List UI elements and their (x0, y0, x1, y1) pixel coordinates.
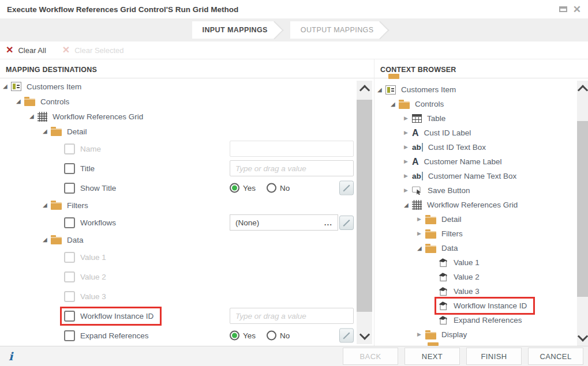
checkbox[interactable] (64, 291, 75, 302)
expander-collapsed-icon[interactable]: ▶ (404, 173, 412, 179)
tree-row-detail[interactable]: ▶Detail (374, 212, 575, 227)
checkbox[interactable] (64, 252, 75, 263)
info-icon[interactable]: i (9, 350, 13, 363)
tree-row-value-1[interactable]: Value 1 (0, 247, 355, 267)
tree-row-value-2[interactable]: Value 2 (374, 270, 575, 284)
edit-value-button[interactable] (339, 329, 354, 343)
scroll-up-icon[interactable] (577, 85, 587, 95)
expander-collapsed-icon[interactable]: ▶ (404, 188, 412, 193)
tree-row-expand-references[interactable]: Expand ReferencesYesNo (0, 326, 355, 345)
tree-row-detail[interactable]: ◢Detail (0, 124, 355, 139)
tree-row-workflow-references-grid[interactable]: ◢Workflow References Grid (0, 109, 355, 124)
tree-row-filters[interactable]: ◢Filters (0, 198, 355, 213)
clear-selected-button[interactable]: ✕ Clear Selected (62, 46, 124, 55)
checkbox[interactable] (64, 271, 75, 282)
checkbox[interactable] (64, 183, 75, 194)
tree-row-show-title[interactable]: Show TitleYesNo (0, 178, 355, 198)
tree-row-customers-item[interactable]: ◢Customers Item (0, 79, 355, 94)
scrollbar-thumb[interactable] (357, 100, 372, 312)
tree-row-cust-id-label[interactable]: ▶ACust ID Label (374, 126, 575, 140)
edit-value-button[interactable] (339, 181, 354, 195)
restore-window-icon[interactable] (559, 6, 567, 12)
radio-yes-icon[interactable] (230, 183, 239, 193)
expander-open-icon[interactable]: ◢ (43, 129, 51, 134)
expander-open-icon[interactable]: ◢ (404, 202, 412, 208)
tree-item-label: Cust ID Text Box (428, 143, 486, 152)
finish-button[interactable]: FINISH (466, 348, 522, 365)
tree-row-controls[interactable]: ◢Controls (0, 94, 355, 109)
folder-icon (51, 129, 62, 136)
folder-icon (425, 332, 436, 339)
right-scrollbar[interactable] (577, 81, 588, 346)
radio-option-yes[interactable]: Yes (230, 331, 256, 341)
scroll-down-icon[interactable] (577, 331, 587, 341)
cancel-button[interactable]: CANCEL (528, 348, 583, 365)
tree-row-table[interactable]: ▶Table (374, 111, 575, 126)
expander-collapsed-icon[interactable]: ▶ (404, 159, 412, 164)
tree-row-customers-item[interactable]: ◢Customers Item (374, 82, 575, 97)
tree-row-data[interactable]: ◢Data (374, 241, 575, 255)
expander-open-icon[interactable]: ◢ (391, 101, 399, 107)
radio-no-icon[interactable] (267, 331, 276, 341)
scroll-up-icon[interactable] (359, 85, 369, 95)
expander-collapsed-icon[interactable]: ▶ (417, 332, 425, 337)
radio-option-no[interactable]: No (267, 331, 290, 341)
scrollbar-thumb[interactable] (577, 121, 588, 297)
value-dropdown-workflows[interactable]: (None)... (230, 214, 338, 231)
checkbox[interactable] (64, 144, 75, 154)
tree-row-data[interactable]: ◢Data (0, 232, 355, 247)
expander-open-icon[interactable]: ◢ (377, 87, 385, 93)
tab-input-mappings[interactable]: INPUT MAPPINGS (192, 21, 275, 39)
radio-yes-icon[interactable] (230, 331, 239, 341)
checkbox[interactable] (64, 217, 75, 228)
clear-all-button[interactable]: ✕ Clear All (6, 46, 46, 55)
tree-row-customer-name-label[interactable]: ▶ACustomer Name Label (374, 154, 575, 169)
checkbox[interactable] (64, 311, 75, 322)
expander-collapsed-icon[interactable]: ▶ (404, 116, 412, 121)
expander-collapsed-icon[interactable]: ▶ (404, 145, 412, 150)
expander-collapsed-icon[interactable]: ▶ (417, 231, 425, 236)
tree-row-workflow-references-grid[interactable]: ◢Workflow References Grid (374, 198, 575, 212)
mapping-destinations-header: MAPPING DESTINATIONS (0, 59, 374, 78)
expander-open-icon[interactable]: ◢ (16, 99, 24, 104)
expander-open-icon[interactable]: ◢ (3, 84, 11, 89)
value-input-workflow-instance-id[interactable] (230, 308, 354, 324)
ellipsis-icon[interactable]: ... (324, 218, 332, 227)
tree-row-filters[interactable]: ▶Filters (374, 227, 575, 241)
tree-row-value-2[interactable]: Value 2 (0, 267, 355, 286)
tab-output-mappings[interactable]: OUTPUT MAPPINGS (290, 21, 381, 39)
expander-open-icon[interactable]: ◢ (43, 237, 51, 243)
checkbox[interactable] (64, 330, 75, 341)
tree-row-value-3[interactable]: Value 3 (0, 286, 355, 306)
expander-open-icon[interactable]: ◢ (43, 202, 51, 208)
close-icon[interactable]: ✕ (573, 5, 581, 14)
value-input-title[interactable] (230, 160, 354, 176)
tree-row-cust-id-text-box[interactable]: ▶abCust ID Text Box (374, 140, 575, 154)
checkbox[interactable] (64, 163, 75, 174)
expander-collapsed-icon[interactable]: ▶ (417, 217, 425, 222)
radio-option-no[interactable]: No (267, 183, 290, 193)
tree-row-name[interactable]: Name (0, 139, 355, 159)
left-scrollbar[interactable] (357, 81, 372, 344)
back-button[interactable]: BACK (343, 348, 398, 365)
edit-value-button[interactable] (339, 216, 354, 230)
next-button[interactable]: NEXT (405, 348, 460, 365)
tree-row-workflows[interactable]: Workflows(None)... (0, 213, 355, 232)
tree-row-expand-references[interactable]: Expand References (374, 313, 575, 327)
value-input-name[interactable] (230, 141, 354, 157)
expander-open-icon[interactable]: ◢ (29, 114, 38, 119)
radio-no-icon[interactable] (267, 183, 276, 193)
tree-row-save-button[interactable]: ▶Save Button (374, 183, 575, 198)
tree-row-workflow-instance-id[interactable]: Workflow Instance ID (374, 299, 575, 313)
tree-row-display[interactable]: ▶Display (374, 327, 575, 342)
tree-row-title[interactable]: Title (0, 159, 355, 178)
tree-row-controls[interactable]: ◢Controls (374, 97, 575, 111)
context-browser-tree: ◢Customers Item◢Controls▶Table▶ACust ID … (374, 78, 575, 346)
tree-row-workflow-instance-id[interactable]: Workflow Instance ID (0, 306, 355, 326)
tree-row-customer-name-text-box[interactable]: ▶abCustomer Name Text Box (374, 169, 575, 183)
expander-collapsed-icon[interactable]: ▶ (404, 130, 412, 135)
tree-row-value-1[interactable]: Value 1 (374, 255, 575, 270)
scroll-down-icon[interactable] (359, 329, 369, 339)
radio-option-yes[interactable]: Yes (230, 183, 256, 193)
expander-open-icon[interactable]: ◢ (417, 246, 425, 251)
